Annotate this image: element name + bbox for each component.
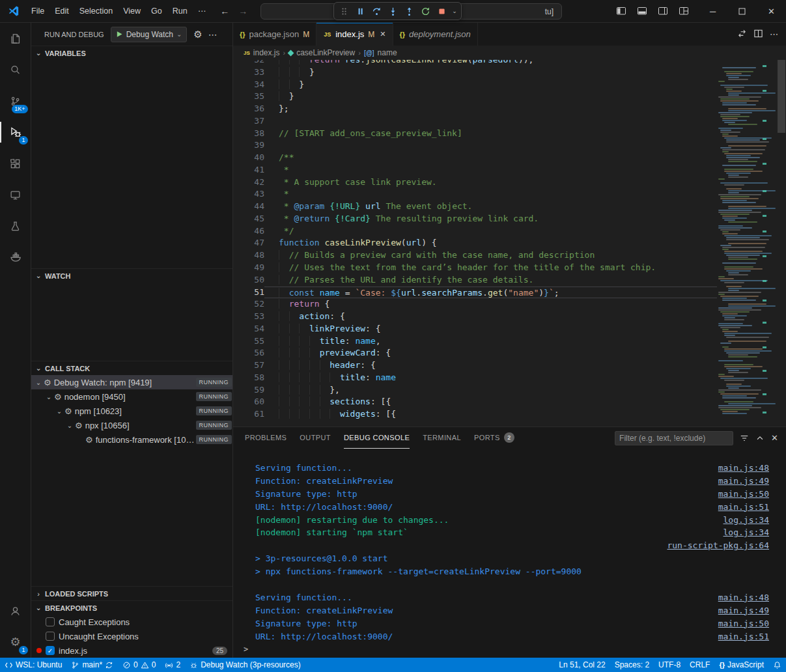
console-source-link[interactable]: main.js:49 [718,604,769,617]
cursor-position[interactable]: Ln 51, Col 22 [554,658,610,672]
console-source-link[interactable]: run-script-pkg.js:64 [667,539,769,552]
loaded-scripts-section-header[interactable]: › LOADED SCRIPTS [31,586,232,600]
indentation-status[interactable]: Spaces: 2 [610,658,654,672]
menu-go[interactable]: Go [146,0,167,23]
maximize-panel-icon[interactable] [755,434,765,443]
tab-deployment-json[interactable]: {} deployment.json [393,23,478,46]
line-number[interactable]: 50 [244,274,264,287]
console-input-row[interactable]: > [244,643,769,656]
code-line[interactable]: 41 * [233,164,717,176]
code-line[interactable]: 60 sections: [{ [233,396,717,408]
problems-status[interactable]: 0 0 [118,658,160,672]
launch-config-dropdown[interactable]: Debug Watch ⌄ [111,27,188,42]
step-out-icon[interactable] [401,3,417,19]
tab-package-json[interactable]: {} package.json M [233,23,316,46]
breadcrumb-symbol[interactable]: caseLinkPreview [296,48,355,57]
code-line[interactable]: 39 [233,139,717,152]
line-number[interactable]: 45 [244,213,264,225]
line-number[interactable]: 51 [244,287,264,299]
code-line[interactable]: 38// [START add_ons_case_preview_link] [233,128,717,140]
account-icon[interactable] [0,595,31,626]
line-number[interactable]: 39 [244,139,264,152]
console-source-link[interactable]: log.js:34 [723,526,769,539]
notifications-bell[interactable] [768,658,786,672]
breakpoint-row[interactable]: ✓ Caught Exceptions [31,615,232,629]
filter-icon[interactable] [740,434,749,443]
code-line[interactable]: 34 } [233,79,717,91]
more-actions-icon[interactable]: ⋯ [770,29,778,39]
line-number[interactable]: 41 [244,164,264,176]
code-editor[interactable]: 32 return res.json(caseLinkPreview(parse… [233,60,786,427]
debug-session-dropdown-icon[interactable]: ⌄ [450,3,459,19]
toggle-panel-icon[interactable] [633,2,651,20]
code-line[interactable]: 51 const name = `Case: ${url.searchParam… [233,287,717,299]
code-line[interactable]: 54 linkPreview: { [233,323,717,335]
menu-selection[interactable]: Selection [74,0,118,23]
line-number[interactable]: 37 [244,115,264,128]
line-number[interactable]: 58 [244,372,264,384]
eol-status[interactable]: CRLF [685,658,714,672]
console-source-link[interactable]: main.js:51 [718,630,769,643]
sidebar-more-actions-icon[interactable]: ⋯ [208,29,218,40]
call-stack-section-header[interactable]: ⌄ CALL STACK [31,361,232,375]
line-number[interactable]: 55 [244,335,264,348]
code-line[interactable]: 55 title: name, [233,335,717,348]
line-number[interactable]: 34 [244,79,264,91]
line-number[interactable]: 48 [244,249,264,262]
remote-indicator[interactable]: WSL: Ubuntu [0,658,66,672]
call-stack-session[interactable]: ⌄ ⚙ nodemon [9450] RUNNING [31,389,232,404]
line-number[interactable]: 42 [244,176,264,189]
code-line[interactable]: 50 // Parses the URL and identify the ca… [233,274,717,287]
line-number[interactable]: 35 [244,91,264,103]
search-icon[interactable] [0,54,31,85]
settings-gear-icon[interactable]: ⚙ 1 [0,626,31,658]
code-line[interactable]: 52 return { [233,298,717,311]
line-number[interactable]: 47 [244,237,264,249]
open-changes-icon[interactable] [737,29,747,40]
debug-console[interactable]: Serving function...main.js:48Function: c… [233,449,786,658]
remote-explorer-icon[interactable] [0,179,31,210]
toggle-secondary-sidebar-icon[interactable] [654,2,672,20]
debug-settings-gear-icon[interactable]: ⚙ [193,29,202,40]
menu-edit[interactable]: Edit [49,0,74,23]
line-number[interactable]: 36 [244,103,264,115]
toolbar-drag-grip[interactable] [336,3,352,19]
code-line[interactable]: 43 * [233,188,717,201]
tab-output[interactable]: OUTPUT [300,427,331,449]
checkbox[interactable]: ✓ [46,646,55,655]
toggle-sidebar-icon[interactable] [612,2,630,20]
console-source-link[interactable]: main.js:48 [718,462,769,475]
breakpoints-section-header[interactable]: ⌄ BREAKPOINTS [31,600,232,615]
code-line[interactable]: 47function caseLinkPreview(url) { [233,237,717,249]
debug-session-status[interactable]: Debug Watch (3p-resources) [185,658,305,672]
code-line[interactable]: 49 // Uses the text from the card’s head… [233,262,717,274]
go-back-icon[interactable]: ← [220,6,229,16]
watch-section-header[interactable]: ⌄ WATCH [31,268,232,283]
source-control-icon[interactable]: 1K+ [0,85,31,117]
tab-ports[interactable]: PORTS 2 [474,427,514,449]
close-tab-icon[interactable]: ✕ [380,30,386,38]
checkbox[interactable]: ✓ [46,632,55,641]
encoding-status[interactable]: UTF-8 [654,658,685,672]
menu-run[interactable]: Run [167,0,193,23]
checkbox[interactable]: ✓ [46,617,55,626]
line-number[interactable]: 32 [244,60,264,66]
menu-more-icon[interactable]: ⋯ [193,0,212,23]
scrollbar-thumb[interactable] [778,60,785,133]
code-line[interactable]: 45 * @return {!Card} The resulting previ… [233,213,717,225]
line-number[interactable]: 53 [244,311,264,323]
breadcrumb-symbol[interactable]: name [378,48,397,57]
console-source-link[interactable]: log.js:34 [723,514,769,527]
stop-icon[interactable] [434,3,449,19]
extensions-icon[interactable] [0,148,31,179]
code-line[interactable]: 53 action: { [233,311,717,323]
code-line[interactable]: 37 [233,115,717,128]
code-line[interactable]: 56 previewCard: { [233,347,717,359]
line-number[interactable]: 60 [244,396,264,408]
code-line[interactable]: 44 * @param {!URL} url The event object. [233,201,717,213]
maximize-icon[interactable] [727,0,757,22]
code-line[interactable]: 35 } [233,91,717,103]
code-line[interactable]: 40/** [233,152,717,164]
tab-index-js[interactable]: JS index.js M ✕ [316,23,393,46]
variables-section-header[interactable]: ⌄ VARIABLES [31,46,232,60]
